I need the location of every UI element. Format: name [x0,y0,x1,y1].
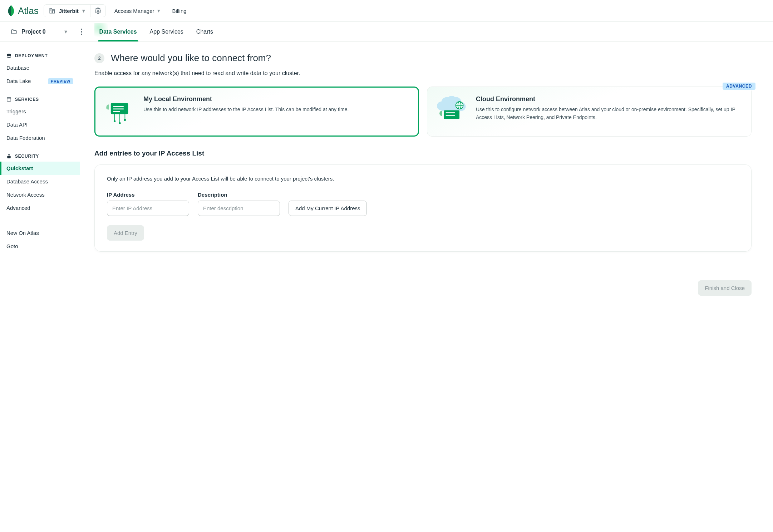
sidebar-item-network-access[interactable]: Network Access [0,188,80,201]
step-number: 2 [94,53,104,63]
svg-rect-1 [53,10,55,13]
footer-actions: Finish and Close [94,280,752,296]
description-label: Description [198,192,280,198]
svg-point-7 [81,31,82,33]
chevron-down-icon: ▾ [64,28,67,35]
tab-app-services[interactable]: App Services [148,22,185,41]
svg-point-5 [97,10,99,12]
atlas-logo: Atlas [7,5,39,16]
card-cloud-title: Cloud Environment [476,95,743,103]
org-selector: Jitterbit ▾ [44,4,106,17]
kebab-icon [81,29,82,35]
card-cloud-text: Use this to configure network access bet… [476,106,743,121]
svg-point-21 [119,122,120,124]
cloud-env-illustration [435,95,469,128]
org-name: Jitterbit [59,8,79,14]
sidebar-item-goto[interactable]: Goto [0,240,80,253]
sidebar-item-database[interactable]: Database [0,61,80,74]
card-local-environment[interactable]: My Local Environment Use this to add net… [94,87,419,137]
step-subtitle: Enable access for any network(s) that ne… [94,70,752,77]
chevron-down-icon: ▾ [157,8,160,14]
sidebar-divider [0,221,80,221]
card-local-title: My Local Environment [143,95,349,103]
org-settings-button[interactable] [90,5,105,17]
sidebar-heading-security: SECURITY [0,151,80,162]
service-tabs: Data Services App Services Charts [98,22,215,41]
sidebar-item-data-api[interactable]: Data API [0,118,80,131]
folder-icon [11,29,17,35]
svg-point-6 [81,29,82,30]
preview-badge: PREVIEW [48,78,73,84]
brand-text: Atlas [18,5,39,16]
sub-bar: Project 0 ▾ Data Services App Services C… [0,22,773,42]
finish-and-close-button[interactable]: Finish and Close [698,280,752,296]
sidebar-heading-services: SERVICES [0,94,80,105]
advanced-badge: ADVANCED [723,83,755,90]
sidebar-item-quickstart[interactable]: Quickstart [0,162,80,175]
billing-link[interactable]: Billing [169,6,190,16]
sidebar-item-triggers[interactable]: Triggers [0,105,80,118]
lock-icon [6,154,11,159]
description-input[interactable] [198,201,280,216]
svg-point-20 [114,120,115,122]
svg-rect-10 [7,98,11,102]
section-title: Add entries to your IP Access List [94,149,752,157]
add-current-ip-button[interactable]: Add My Current IP Address [289,201,367,216]
ip-address-label: IP Address [107,192,189,198]
tab-charts[interactable]: Charts [195,22,215,41]
chevron-down-icon: ▾ [82,8,85,14]
top-bar: Atlas Jitterbit ▾ Access Manager ▾ Billi… [0,0,773,22]
sidebar-item-advanced[interactable]: Advanced [0,201,80,215]
step-title: Where would you like to connect from? [111,53,271,64]
step-header: 2 Where would you like to connect from? [94,53,752,64]
card-local-text: Use this to add network IP addresses to … [143,106,349,114]
local-env-illustration [103,95,137,128]
tab-data-services[interactable]: Data Services [98,22,138,41]
svg-point-22 [124,119,126,121]
svg-point-8 [81,34,82,35]
leaf-icon [7,5,15,16]
sidebar: DEPLOYMENT Database Data Lake PREVIEW SE… [0,42,80,317]
project-menu-button[interactable] [79,26,84,37]
ip-access-panel: Only an IP address you add to your Acces… [94,164,752,252]
add-entry-button[interactable]: Add Entry [107,225,144,241]
gear-icon [95,8,101,14]
svg-rect-12 [8,156,10,158]
org-icon [49,8,55,14]
sidebar-item-new-on-atlas[interactable]: New On Atlas [0,226,80,240]
access-manager-link[interactable]: Access Manager ▾ [111,5,164,16]
ip-address-input[interactable] [107,201,189,216]
sidebar-item-database-access[interactable]: Database Access [0,175,80,188]
services-icon [6,97,11,102]
project-dropdown[interactable]: Project 0 ▾ [7,27,69,36]
database-icon [6,53,11,58]
sidebar-heading-deployment: DEPLOYMENT [0,50,80,61]
card-cloud-environment[interactable]: ADVANCED Cloud Environment Use this to c… [427,87,752,137]
environment-cards: My Local Environment Use this to add net… [94,87,752,137]
sidebar-item-data-federation[interactable]: Data Federation [0,131,80,144]
sidebar-item-data-lake[interactable]: Data Lake PREVIEW [0,74,80,88]
main-content: 2 Where would you like to connect from? … [80,42,773,317]
svg-rect-26 [444,110,459,119]
org-dropdown-button[interactable]: Jitterbit ▾ [44,5,90,17]
project-name: Project 0 [21,29,46,35]
ip-form-row: IP Address Description Add My Current IP… [107,192,739,216]
panel-info: Only an IP address you add to your Acces… [107,176,739,182]
